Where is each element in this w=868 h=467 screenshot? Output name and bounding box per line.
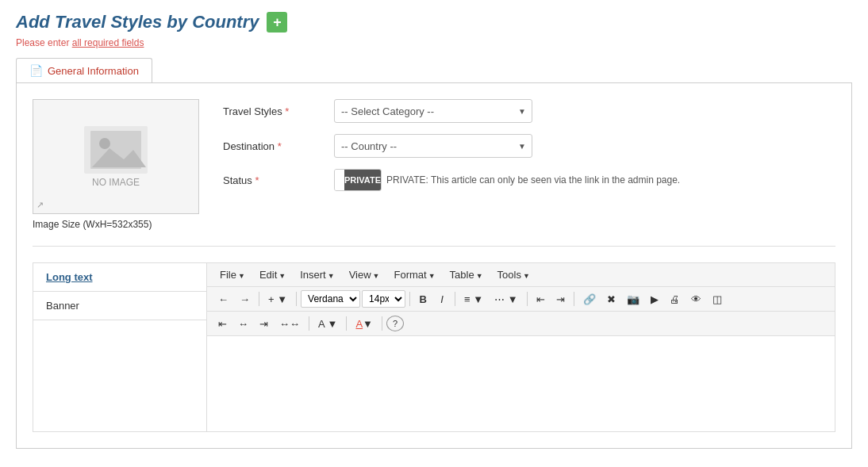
help-button[interactable]: ?: [386, 316, 404, 331]
editor-panel: File▼ Edit▼ Insert▼ View▼ Format▼ Table▼…: [207, 262, 835, 432]
svg-point-2: [99, 138, 110, 149]
status-toggle[interactable]: PRIVATE: [334, 169, 382, 191]
required-fields-link[interactable]: all required fields: [72, 37, 144, 48]
tab-general-information[interactable]: 📄 General Information: [16, 58, 152, 82]
travel-styles-select[interactable]: -- Select Category --: [334, 99, 532, 123]
menu-tools[interactable]: Tools▼: [491, 266, 536, 283]
long-text-link[interactable]: Long text: [46, 271, 93, 283]
preview-button[interactable]: 👁: [686, 290, 706, 308]
travel-styles-row: Travel Styles * -- Select Category --: [223, 99, 835, 123]
editor-menubar: File▼ Edit▼ Insert▼ View▼ Format▼ Table▼…: [207, 263, 835, 287]
bottom-section: Long text Banner File▼ Edit▼ Insert▼ Vie…: [33, 262, 835, 432]
italic-button[interactable]: I: [433, 290, 451, 308]
tab-label: General Information: [48, 65, 139, 77]
align-justify-button[interactable]: ↔↔: [275, 315, 305, 332]
outdent-button[interactable]: ⇤: [532, 290, 550, 308]
image-size-label: Image Size (WxH=532x355): [33, 219, 199, 230]
link-button[interactable]: 🔗: [578, 290, 601, 308]
menu-file[interactable]: File▼: [213, 266, 252, 283]
editor-body[interactable]: [207, 336, 835, 431]
form-fields: Travel Styles * -- Select Category -- De…: [223, 99, 835, 202]
unlink-button[interactable]: ✖: [602, 290, 620, 308]
add-button[interactable]: +: [267, 12, 287, 33]
tab-bar: 📄 General Information: [16, 58, 852, 83]
menu-table[interactable]: Table▼: [444, 266, 490, 283]
tab-icon: 📄: [29, 64, 43, 77]
main-content: NO IMAGE ↗ Image Size (WxH=532x355) Trav…: [16, 83, 852, 449]
status-label: Status *: [223, 174, 334, 186]
align-left-button[interactable]: ⇤: [213, 315, 232, 332]
toolbar-sep-7: [309, 316, 309, 331]
menu-format[interactable]: Format▼: [388, 266, 442, 283]
media-button[interactable]: ▶: [646, 290, 663, 308]
insert-dropdown-button[interactable]: + ▼: [263, 290, 292, 308]
toolbar-sep-3: [409, 292, 410, 306]
sidebar-item-banner[interactable]: Banner: [33, 292, 206, 320]
image-button[interactable]: 📷: [622, 290, 644, 308]
font-color-button[interactable]: A ▼: [313, 315, 342, 332]
banner-label: Banner: [46, 300, 79, 312]
font-family-select[interactable]: Verdana: [301, 290, 360, 308]
editor-toolbar-row2: ⇤ ↔ ⇥ ↔↔ A ▼ A ▼ ?: [207, 312, 835, 336]
print-button[interactable]: 🖨: [665, 290, 685, 308]
destination-row: Destination * -- Country --: [223, 134, 835, 158]
page-wrapper: Add Travel Styles by Country + Please en…: [0, 0, 868, 461]
no-image-label: NO IMAGE: [92, 177, 140, 188]
page-title: Add Travel Styles by Country: [16, 12, 259, 33]
destination-label: Destination *: [223, 140, 334, 152]
toolbar-sep-2: [296, 292, 297, 306]
status-control: PRIVATE PRIVATE: This article can only b…: [334, 169, 680, 191]
image-container: NO IMAGE ↗ Image Size (WxH=532x355): [33, 99, 199, 230]
page-title-row: Add Travel Styles by Country +: [16, 12, 852, 33]
toolbar-sep-4: [455, 292, 455, 306]
toggle-off: [335, 170, 344, 190]
destination-select[interactable]: -- Country --: [334, 134, 532, 158]
required-star-travel: *: [285, 105, 289, 117]
travel-styles-select-wrapper: -- Select Category --: [334, 99, 532, 123]
image-placeholder: NO IMAGE: [33, 100, 198, 213]
image-placeholder-svg: [84, 126, 148, 174]
required-star-destination: *: [278, 140, 282, 152]
menu-edit[interactable]: Edit▼: [253, 266, 292, 283]
required-notice: Please enter all required fields: [16, 37, 852, 48]
sidebar-item-long-text[interactable]: Long text: [33, 263, 206, 292]
indent-button[interactable]: ⇥: [551, 290, 570, 308]
sidebar-panel: Long text Banner: [33, 262, 207, 432]
status-row: Status * PRIVATE PRIVATE: This article c…: [223, 169, 835, 191]
travel-styles-label: Travel Styles *: [223, 105, 334, 117]
destination-select-wrapper: -- Country --: [334, 134, 532, 158]
align-center-button[interactable]: ↔: [233, 315, 253, 332]
expand-icon: ↗: [36, 200, 44, 210]
toolbar-sep-6: [574, 292, 574, 306]
toolbar-sep-9: [382, 316, 382, 331]
editor-toolbar-row1: ← → + ▼ Verdana 14px B I ≡ ▼: [207, 287, 835, 312]
ordered-list-button[interactable]: ⋯ ▼: [490, 290, 522, 308]
menu-view[interactable]: View▼: [343, 266, 386, 283]
image-box[interactable]: NO IMAGE ↗: [33, 99, 199, 214]
toolbar-sep-1: [259, 292, 259, 306]
required-star-status: *: [255, 174, 259, 186]
unordered-list-button[interactable]: ≡ ▼: [459, 290, 488, 308]
toolbar-sep-5: [527, 292, 528, 306]
section-divider: [33, 246, 835, 247]
menu-insert[interactable]: Insert▼: [294, 266, 340, 283]
font-size-select[interactable]: 14px: [362, 290, 405, 308]
toggle-on: PRIVATE: [344, 170, 381, 190]
status-description: PRIVATE: This article can only be seen v…: [386, 174, 680, 186]
highlight-button[interactable]: A ▼: [351, 315, 378, 332]
align-right-button[interactable]: ⇥: [255, 315, 273, 332]
undo-button[interactable]: ←: [213, 290, 233, 308]
form-section: NO IMAGE ↗ Image Size (WxH=532x355) Trav…: [33, 99, 835, 230]
table-button[interactable]: ◫: [708, 290, 727, 308]
bold-button[interactable]: B: [414, 290, 432, 308]
redo-button[interactable]: →: [235, 290, 255, 308]
toolbar-sep-8: [346, 316, 347, 331]
